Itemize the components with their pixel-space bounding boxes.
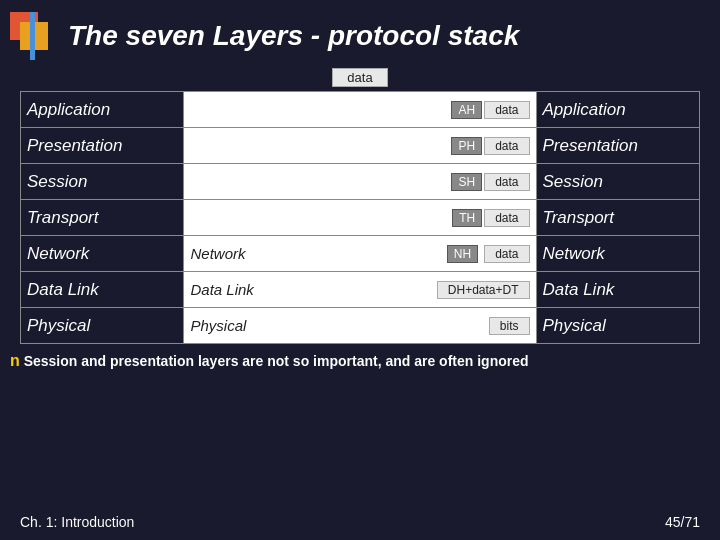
th-header: TH — [452, 209, 482, 227]
left-network: Network — [21, 236, 184, 272]
bullet-icon: n — [10, 352, 20, 369]
left-physical: Physical — [21, 308, 184, 344]
network-sublabel: Network — [190, 245, 440, 262]
slide-title: The seven Layers - protocol stack — [68, 20, 519, 52]
physical-sublabel: Physical — [190, 317, 482, 334]
left-transport: Transport — [21, 200, 184, 236]
datalink-mid: Data Link DH+data+DT — [190, 281, 529, 299]
mid-network: Network NH data — [184, 236, 536, 272]
table-row: Application AH data Application — [21, 92, 700, 128]
proto-row-session: SH data — [190, 167, 529, 196]
table-row: Data Link Data Link DH+data+DT Data Link — [21, 272, 700, 308]
right-physical: Physical — [536, 308, 699, 344]
right-transport: Transport — [536, 200, 699, 236]
ah-header: AH — [451, 101, 482, 119]
proto-row-presentation: PH data — [190, 131, 529, 160]
footer-text: Session and presentation layers are not … — [24, 353, 529, 369]
table-row: Physical Physical bits Physical — [21, 308, 700, 344]
table-row: Presentation PH data Presentation — [21, 128, 700, 164]
sess-data: data — [484, 173, 529, 191]
table-row: Network Network NH data Network — [21, 236, 700, 272]
data-label-row: data — [20, 68, 700, 87]
main-content: data Application AH data Application — [0, 68, 720, 344]
data-label: data — [332, 68, 387, 87]
footer-chapter: Ch. 1: Introduction — [20, 514, 134, 530]
footer-note: n Session and presentation layers are no… — [0, 352, 720, 370]
mid-presentation: PH data — [184, 128, 536, 164]
left-application: Application — [21, 92, 184, 128]
ph-header: PH — [451, 137, 482, 155]
table-row: Transport TH data Transport — [21, 200, 700, 236]
title-icon — [10, 12, 58, 60]
right-datalink: Data Link — [536, 272, 699, 308]
right-application: Application — [536, 92, 699, 128]
nh-header: NH — [447, 245, 478, 263]
mid-application: AH data — [184, 92, 536, 128]
table-row: Session SH data Session — [21, 164, 700, 200]
physical-bits: bits — [489, 317, 530, 335]
right-network: Network — [536, 236, 699, 272]
net-data: data — [484, 245, 529, 263]
right-presentation: Presentation — [536, 128, 699, 164]
physical-mid: Physical bits — [190, 317, 529, 335]
datalink-sublabel: Data Link — [190, 281, 430, 298]
network-mid: Network NH data — [190, 245, 529, 263]
mid-datalink: Data Link DH+data+DT — [184, 272, 536, 308]
trans-data: data — [484, 209, 529, 227]
left-presentation: Presentation — [21, 128, 184, 164]
proto-row-application: AH data — [190, 95, 529, 124]
footer-page: 45/71 — [665, 514, 700, 530]
mid-session: SH data — [184, 164, 536, 200]
mid-transport: TH data — [184, 200, 536, 236]
left-datalink: Data Link — [21, 272, 184, 308]
mid-physical: Physical bits — [184, 308, 536, 344]
left-session: Session — [21, 164, 184, 200]
right-session: Session — [536, 164, 699, 200]
slide: The seven Layers - protocol stack data A… — [0, 0, 720, 540]
proto-row-transport: TH data — [190, 203, 529, 232]
pres-data: data — [484, 137, 529, 155]
datalink-frame: DH+data+DT — [437, 281, 530, 299]
title-bar: The seven Layers - protocol stack — [0, 0, 720, 68]
app-data: data — [484, 101, 529, 119]
sh-header: SH — [451, 173, 482, 191]
layers-table: Application AH data Application Presenta… — [20, 91, 700, 344]
